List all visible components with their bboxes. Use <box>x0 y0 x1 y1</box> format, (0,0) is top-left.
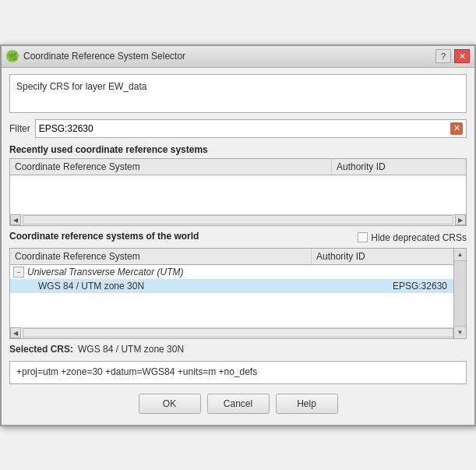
world-section-header: Coordinate reference systems of the worl… <box>9 231 467 245</box>
world-table-body: − Universal Transverse Mercator (UTM) WG… <box>10 265 466 327</box>
tree-leaf-label: WGS 84 / UTM zone 30N <box>13 281 393 292</box>
world-v-scrollbar: ▲ ▼ <box>453 249 466 338</box>
selected-crs-label: Selected CRS: <box>9 344 73 355</box>
world-table-header: Coordinate Reference System Authority ID <box>10 249 466 265</box>
recently-used-scrollbar-row: ◀ ▶ <box>10 214 466 225</box>
filter-input[interactable] <box>39 123 450 134</box>
tree-expand-icon[interactable]: − <box>13 267 24 277</box>
tree-group-label: Universal Transverse Mercator (UTM) <box>27 267 183 277</box>
title-bar: 🌿 Coordinate Reference System Selector ?… <box>2 46 474 68</box>
recently-used-title: Recently used coordinate reference syste… <box>9 144 467 155</box>
description-text: Specify CRS for layer EW_data <box>16 81 146 92</box>
title-bar-left: 🌿 Coordinate Reference System Selector <box>6 50 185 62</box>
tree-leaf-wgs84[interactable]: WGS 84 / UTM zone 30N EPSG:32630 <box>10 279 466 293</box>
ok-button[interactable]: OK <box>139 394 201 414</box>
app-icon: 🌿 <box>6 50 19 62</box>
recently-used-table: Coordinate Reference System Authority ID… <box>9 158 467 226</box>
close-button[interactable]: ✕ <box>454 49 470 63</box>
cancel-button[interactable]: Cancel <box>207 394 270 414</box>
tree-leaf-id: EPSG:32630 <box>393 281 463 292</box>
help-button[interactable]: Help <box>276 394 338 414</box>
window-title: Coordinate Reference System Selector <box>23 51 185 62</box>
content-area: Specify CRS for layer EW_data Filter ✕ R… <box>2 68 474 425</box>
filter-clear-button[interactable]: ✕ <box>450 122 463 135</box>
filter-input-wrap: ✕ <box>35 119 467 138</box>
tree-group-utm[interactable]: − Universal Transverse Mercator (UTM) <box>10 265 466 279</box>
filter-label: Filter <box>9 123 30 134</box>
recently-used-body <box>10 175 466 214</box>
hide-deprecated-label: Hide deprecated CRSs <box>371 232 467 243</box>
recently-used-header: Coordinate Reference System Authority ID <box>10 159 466 175</box>
world-col-crs: Coordinate Reference System <box>10 249 312 264</box>
help-title-button[interactable]: ? <box>435 49 451 63</box>
hscroll-track-world[interactable] <box>23 328 453 337</box>
vscroll-track[interactable] <box>454 261 466 326</box>
hscroll-left-btn-recent[interactable]: ◀ <box>10 214 21 225</box>
recently-used-col-crs: Coordinate Reference System <box>10 159 332 175</box>
dialog-window: 🌿 Coordinate Reference System Selector ?… <box>0 44 476 426</box>
proj-string-text: +proj=utm +zone=30 +datum=WGS84 +units=m… <box>16 366 257 377</box>
title-bar-buttons: ? ✕ <box>435 49 470 63</box>
hide-deprecated-checkbox[interactable] <box>358 232 368 242</box>
hscroll-track-recent[interactable] <box>23 215 453 224</box>
filter-row: Filter ✕ <box>9 119 467 138</box>
vscroll-down-btn[interactable]: ▼ <box>454 326 466 338</box>
proj-string-box: +proj=utm +zone=30 +datum=WGS84 +units=m… <box>9 361 467 384</box>
selected-crs-value: WGS 84 / UTM zone 30N <box>78 344 184 355</box>
world-section-title: Coordinate reference systems of the worl… <box>9 231 199 242</box>
hscroll-right-btn-recent[interactable]: ▶ <box>455 214 466 225</box>
world-col-id: Authority ID <box>312 249 453 264</box>
vscroll-up-btn[interactable]: ▲ <box>454 249 466 261</box>
hscroll-left-btn-world[interactable]: ◀ <box>10 327 21 338</box>
hide-deprecated-group: Hide deprecated CRSs <box>358 232 467 243</box>
description-box: Specify CRS for layer EW_data <box>9 74 467 113</box>
world-crs-table: Coordinate Reference System Authority ID… <box>9 248 467 339</box>
world-hscrollbar-row: ◀ ▶ <box>10 327 466 338</box>
button-row: OK Cancel Help <box>9 390 467 419</box>
recently-used-col-id: Authority ID <box>332 159 466 175</box>
selected-crs-row: Selected CRS: WGS 84 / UTM zone 30N <box>9 342 467 356</box>
